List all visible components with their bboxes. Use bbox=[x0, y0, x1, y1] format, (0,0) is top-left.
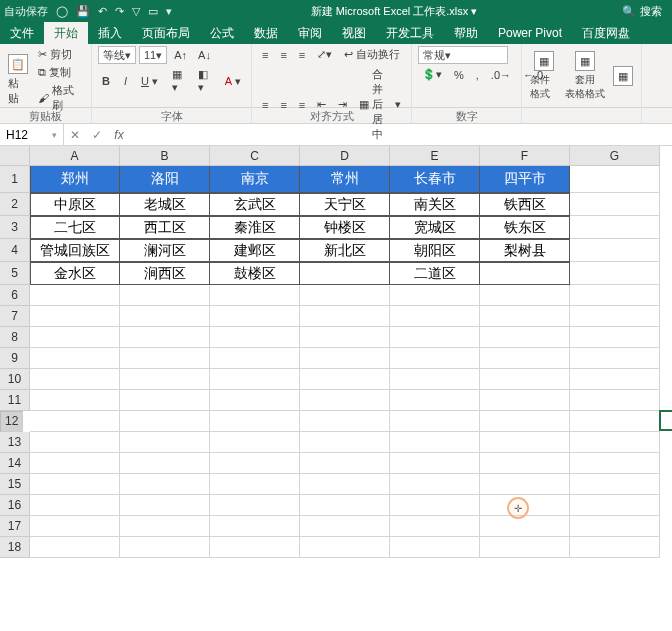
row-header[interactable]: 11 bbox=[0, 390, 30, 411]
cell[interactable] bbox=[120, 306, 210, 327]
table-data-cell[interactable] bbox=[300, 262, 390, 285]
table-data-cell[interactable]: 建邺区 bbox=[210, 239, 300, 262]
bold-button[interactable]: B bbox=[98, 67, 114, 95]
fill-color-button[interactable]: ◧ ▾ bbox=[194, 67, 214, 95]
cell[interactable] bbox=[30, 432, 120, 453]
cell[interactable] bbox=[390, 348, 480, 369]
row-header[interactable]: 6 bbox=[0, 285, 30, 306]
cell[interactable] bbox=[480, 327, 570, 348]
touch-icon[interactable]: ▭ bbox=[148, 5, 158, 18]
tab-powerpivot[interactable]: Power Pivot bbox=[488, 22, 572, 44]
cell[interactable] bbox=[390, 432, 480, 453]
cell[interactable] bbox=[300, 327, 390, 348]
row-header[interactable]: 5 bbox=[0, 262, 30, 285]
cell[interactable] bbox=[570, 166, 660, 193]
table-data-cell[interactable]: 铁西区 bbox=[480, 193, 570, 216]
table-data-cell[interactable]: 梨树县 bbox=[480, 239, 570, 262]
table-data-cell[interactable]: 铁东区 bbox=[480, 216, 570, 239]
cell[interactable] bbox=[120, 432, 210, 453]
cell[interactable] bbox=[210, 348, 300, 369]
cell[interactable] bbox=[120, 369, 210, 390]
cell[interactable] bbox=[210, 432, 300, 453]
enter-formula-icon[interactable]: ✓ bbox=[86, 128, 108, 142]
table-data-cell[interactable]: 钟楼区 bbox=[300, 216, 390, 239]
table-data-cell[interactable] bbox=[480, 262, 570, 285]
row-header[interactable]: 10 bbox=[0, 369, 30, 390]
tab-help[interactable]: 帮助 bbox=[444, 22, 488, 44]
number-format-select[interactable]: 常规 ▾ bbox=[418, 46, 508, 64]
row-header[interactable]: 3 bbox=[0, 216, 30, 239]
table-format-button[interactable]: ▦ 套用 表格格式 bbox=[563, 49, 607, 103]
cell[interactable] bbox=[570, 390, 660, 411]
wrap-text-button[interactable]: ↩自动换行 bbox=[340, 46, 404, 63]
cell[interactable] bbox=[480, 495, 570, 516]
table-data-cell[interactable]: 老城区 bbox=[120, 193, 210, 216]
cell[interactable] bbox=[120, 348, 210, 369]
table-data-cell[interactable]: 南关区 bbox=[390, 193, 480, 216]
cell[interactable] bbox=[300, 285, 390, 306]
cell[interactable] bbox=[570, 239, 660, 262]
cell[interactable] bbox=[210, 537, 300, 558]
save-icon[interactable]: 💾 bbox=[76, 5, 90, 18]
cell[interactable] bbox=[570, 262, 660, 285]
column-header[interactable]: F bbox=[480, 146, 570, 166]
decrease-font-icon[interactable]: A↓ bbox=[194, 46, 215, 64]
cell[interactable] bbox=[210, 453, 300, 474]
cell[interactable] bbox=[480, 369, 570, 390]
cell[interactable] bbox=[30, 348, 120, 369]
cell[interactable] bbox=[570, 348, 660, 369]
row-header[interactable]: 15 bbox=[0, 474, 30, 495]
name-box[interactable]: H12▾ bbox=[0, 124, 64, 145]
cell[interactable] bbox=[390, 495, 480, 516]
cell[interactable] bbox=[210, 495, 300, 516]
cell[interactable] bbox=[390, 327, 480, 348]
undo-icon[interactable]: ↶ bbox=[98, 5, 107, 18]
cell[interactable] bbox=[120, 327, 210, 348]
cell[interactable] bbox=[300, 369, 390, 390]
tab-review[interactable]: 审阅 bbox=[288, 22, 332, 44]
indent-dec-icon[interactable]: ⇤ bbox=[313, 66, 330, 143]
row-header[interactable]: 12 bbox=[0, 411, 23, 432]
cell[interactable] bbox=[480, 453, 570, 474]
cell[interactable] bbox=[570, 193, 660, 216]
redo-icon[interactable]: ↷ bbox=[115, 5, 124, 18]
cell[interactable] bbox=[300, 537, 390, 558]
cell[interactable] bbox=[120, 537, 210, 558]
table-data-cell[interactable]: 澜河区 bbox=[120, 239, 210, 262]
table-data-cell[interactable]: 二七区 bbox=[30, 216, 120, 239]
table-data-cell[interactable]: 金水区 bbox=[30, 262, 120, 285]
align-center-icon[interactable]: ≡ bbox=[276, 66, 290, 143]
table-header-cell[interactable]: 四平市 bbox=[480, 166, 570, 193]
cell[interactable] bbox=[390, 285, 480, 306]
cell[interactable] bbox=[300, 390, 390, 411]
cell[interactable] bbox=[570, 537, 660, 558]
comma-icon[interactable]: , bbox=[472, 67, 483, 82]
row-header[interactable]: 9 bbox=[0, 348, 30, 369]
cell[interactable] bbox=[570, 411, 660, 432]
cell[interactable] bbox=[300, 306, 390, 327]
table-header-cell[interactable]: 洛阳 bbox=[120, 166, 210, 193]
increase-font-icon[interactable]: A↑ bbox=[170, 46, 191, 64]
table-header-cell[interactable]: 郑州 bbox=[30, 166, 120, 193]
cell[interactable] bbox=[120, 474, 210, 495]
table-data-cell[interactable]: 天宁区 bbox=[300, 193, 390, 216]
row-header[interactable]: 7 bbox=[0, 306, 30, 327]
cell[interactable] bbox=[30, 453, 120, 474]
row-header[interactable]: 14 bbox=[0, 453, 30, 474]
cell[interactable] bbox=[390, 453, 480, 474]
cell[interactable] bbox=[570, 369, 660, 390]
merge-center-button[interactable]: ▦合并后居中▾ bbox=[355, 66, 405, 143]
cell[interactable] bbox=[30, 285, 120, 306]
italic-button[interactable]: I bbox=[120, 67, 131, 95]
cell[interactable] bbox=[210, 369, 300, 390]
row-header[interactable]: 16 bbox=[0, 495, 30, 516]
cell[interactable] bbox=[570, 516, 660, 537]
cancel-formula-icon[interactable]: ✕ bbox=[64, 128, 86, 142]
cell[interactable] bbox=[30, 390, 120, 411]
filter-icon[interactable]: ▽ bbox=[132, 5, 140, 18]
cell[interactable] bbox=[300, 432, 390, 453]
tab-data[interactable]: 数据 bbox=[244, 22, 288, 44]
table-data-cell[interactable]: 鼓楼区 bbox=[210, 262, 300, 285]
paste-button[interactable]: 📋 粘贴 bbox=[6, 52, 30, 108]
table-data-cell[interactable]: 西工区 bbox=[120, 216, 210, 239]
